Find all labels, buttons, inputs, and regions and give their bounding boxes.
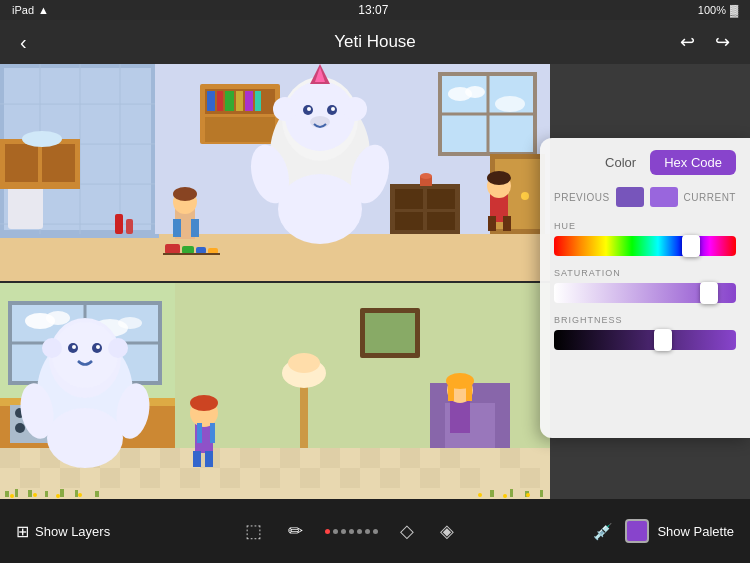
svg-rect-162	[510, 489, 513, 497]
svg-rect-82	[160, 448, 180, 468]
svg-point-33	[495, 96, 525, 112]
hue-slider-thumb[interactable]	[682, 235, 700, 257]
frame-dot-4[interactable]	[349, 529, 354, 534]
svg-point-128	[108, 338, 128, 358]
svg-rect-74	[503, 216, 511, 231]
svg-point-137	[288, 353, 320, 373]
svg-rect-156	[28, 490, 32, 497]
svg-rect-85	[280, 448, 300, 468]
toolbar-left-buttons: ‹	[16, 27, 31, 58]
saturation-slider-track[interactable]	[554, 283, 736, 303]
show-palette-button[interactable]: 💉 Show Palette	[589, 518, 734, 545]
svg-point-118	[15, 423, 25, 433]
svg-rect-153	[210, 423, 215, 443]
svg-rect-94	[140, 468, 160, 488]
tool-buttons: ⬚ ✏ ◇ ◈	[241, 516, 458, 546]
svg-rect-15	[42, 144, 75, 182]
svg-rect-102	[460, 468, 480, 488]
scene-bottom[interactable]	[0, 283, 550, 499]
svg-rect-103	[520, 468, 540, 488]
svg-rect-89	[440, 448, 460, 468]
frame-dot-6[interactable]	[365, 529, 370, 534]
brightness-slider-track[interactable]	[554, 330, 736, 350]
brightness-slider-thumb[interactable]	[654, 329, 672, 351]
svg-point-167	[56, 494, 60, 498]
scene-top[interactable]	[0, 64, 550, 281]
svg-rect-91	[20, 468, 40, 488]
svg-point-63	[173, 187, 197, 201]
svg-rect-39	[427, 189, 455, 209]
color-picker-tabs: Color Hex Code	[554, 150, 736, 175]
saturation-slider-thumb[interactable]	[700, 282, 718, 304]
svg-rect-25	[255, 91, 261, 111]
frame-dot-2[interactable]	[333, 529, 338, 534]
svg-rect-146	[466, 381, 472, 401]
svg-rect-65	[182, 246, 194, 254]
top-toolbar: ‹ Yeti House ↩ ↪	[0, 20, 750, 64]
svg-rect-157	[45, 491, 48, 497]
svg-rect-150	[193, 451, 201, 467]
svg-rect-78	[0, 448, 20, 468]
svg-point-50	[331, 107, 335, 111]
hue-slider-track[interactable]	[554, 236, 736, 256]
svg-point-32	[465, 86, 485, 98]
svg-rect-135	[300, 378, 308, 448]
svg-rect-92	[60, 468, 80, 488]
svg-rect-161	[490, 490, 494, 497]
eyedropper-icon[interactable]: 💉	[589, 518, 617, 545]
svg-rect-66	[196, 247, 206, 254]
svg-rect-145	[448, 381, 454, 401]
current-color-button[interactable]	[625, 519, 649, 543]
svg-point-125	[72, 345, 76, 349]
hue-slider-section: HUE	[554, 221, 736, 256]
back-button[interactable]: ‹	[16, 27, 31, 58]
svg-rect-64	[165, 244, 180, 254]
svg-point-168	[78, 493, 82, 497]
svg-rect-70	[126, 219, 133, 234]
svg-rect-98	[300, 468, 320, 488]
frame-dot-3[interactable]	[341, 529, 346, 534]
svg-point-36	[521, 192, 529, 200]
main-canvas[interactable]: Color Hex Code PREVIOUS CURRENT HUE SATU…	[0, 64, 750, 499]
svg-point-126	[96, 345, 100, 349]
svg-rect-141	[495, 388, 510, 448]
toolbar-right-buttons: ↩ ↪	[676, 27, 734, 57]
selection-tool-button[interactable]: ⬚	[241, 516, 266, 546]
svg-rect-69	[115, 214, 123, 234]
layers-icon: ⊞	[16, 522, 29, 541]
svg-rect-152	[197, 423, 202, 443]
pencil-tool-button[interactable]: ✏	[284, 516, 307, 546]
svg-rect-87	[360, 448, 380, 468]
redo-button[interactable]: ↪	[711, 27, 734, 57]
frame-scrubber[interactable]	[325, 529, 378, 534]
svg-point-53	[343, 97, 367, 121]
bottom-toolbar: ⊞ Show Layers ⬚ ✏ ◇ ◈ 💉 Show Palette	[0, 499, 750, 563]
status-right: 100% ▓	[698, 4, 738, 16]
frame-dot-7[interactable]	[373, 529, 378, 534]
current-swatch[interactable]	[650, 187, 678, 207]
svg-point-171	[526, 493, 530, 497]
frame-dot-5[interactable]	[357, 529, 362, 534]
fill-outline-tool-button[interactable]: ◈	[436, 516, 458, 546]
svg-point-122	[52, 322, 118, 388]
frame-dot-1[interactable]	[325, 529, 330, 534]
svg-rect-1	[0, 234, 550, 281]
svg-rect-41	[427, 212, 455, 230]
color-tab[interactable]: Color	[591, 150, 650, 175]
undo-button[interactable]: ↩	[676, 27, 699, 57]
status-time: 13:07	[358, 3, 388, 17]
svg-rect-154	[5, 491, 9, 497]
show-layers-button[interactable]: ⊞ Show Layers	[16, 522, 110, 541]
svg-rect-158	[60, 489, 64, 497]
hex-code-tab[interactable]: Hex Code	[650, 150, 736, 175]
saturation-slider-section: SATURATION	[554, 268, 736, 303]
previous-swatch[interactable]	[616, 187, 644, 207]
show-layers-label: Show Layers	[35, 524, 110, 539]
svg-rect-164	[540, 490, 543, 497]
show-palette-label: Show Palette	[657, 524, 734, 539]
svg-point-165	[10, 494, 14, 498]
status-left: iPad ▲	[12, 4, 49, 16]
status-bar: iPad ▲ 13:07 100% ▓	[0, 0, 750, 20]
svg-rect-160	[95, 491, 99, 497]
fill-tool-button[interactable]: ◇	[396, 516, 418, 546]
